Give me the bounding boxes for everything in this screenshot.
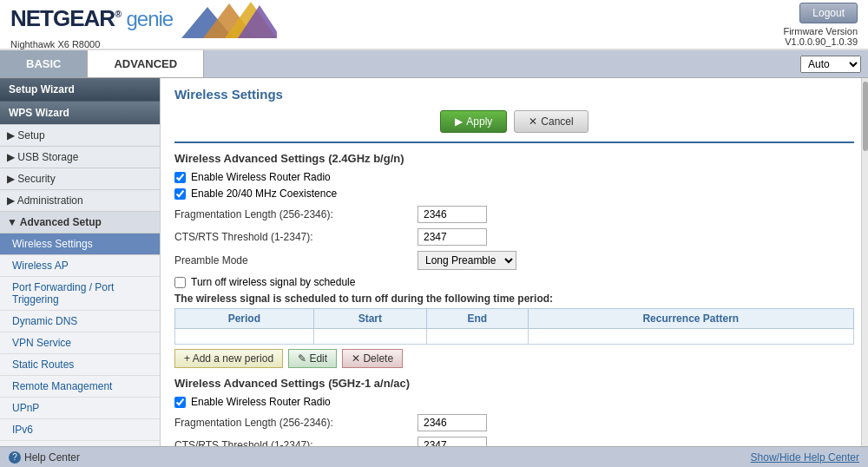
cts-rts-label: CTS/RTS Threshold (1-2347): (174, 231, 418, 243)
preamble-select[interactable]: Long Preamble Short Preamble Auto (418, 251, 516, 270)
scrollbar-area[interactable] (861, 78, 868, 446)
sidebar-item-wps-wizard[interactable]: WPS Wizard (0, 102, 160, 125)
frag-length2-label: Fragmentation Length (256-2346): (174, 417, 418, 429)
language-selector[interactable]: Auto English French German (800, 50, 861, 77)
apply-icon: ▶ (455, 115, 463, 128)
sidebar-item-wireless-ap[interactable]: Wireless AP (0, 255, 160, 277)
sidebar-item-usb-storage[interactable]: ▶ USB Storage (0, 147, 160, 168)
language-select[interactable]: Auto English French German (800, 56, 861, 73)
schedule-table: Period Start End Recurrence Pattern (174, 308, 854, 345)
content-area: Wireless Settings ▶ Apply ✕ Cancel Wirel… (161, 78, 868, 446)
col-period: Period (175, 309, 314, 329)
preamble-row: Preamble Mode Long Preamble Short Preamb… (174, 251, 854, 270)
cancel-icon: ✕ (529, 115, 537, 128)
frag-length-label: Fragmentation Length (256-2346): (174, 208, 418, 220)
scrollbar-thumb[interactable] (863, 82, 868, 151)
divider (174, 141, 854, 143)
netgear-logo: NETGEAR® genie (10, 5, 173, 32)
cts-rts2-input[interactable] (418, 437, 487, 446)
edit-button[interactable]: ✎ Edit (288, 349, 337, 368)
page-title: Wireless Settings (174, 87, 854, 102)
frag-length-input[interactable] (418, 206, 487, 223)
sidebar-item-wireless-settings[interactable]: Wireless Settings (0, 234, 160, 255)
sidebar: Setup Wizard WPS Wizard ▶ Setup ▶ USB St… (0, 78, 161, 446)
tab-advanced[interactable]: ADVANCED (88, 50, 204, 77)
logout-button[interactable]: Logout (799, 3, 858, 23)
table-buttons: + Add a new period ✎ Edit ✕ Delete (174, 349, 854, 368)
sidebar-group-setup: ▶ Setup (0, 125, 160, 147)
enable-radio-label: Enable Wireless Router Radio (191, 171, 331, 183)
sidebar-item-port-forwarding[interactable]: Port Forwarding / Port Triggering (0, 277, 160, 311)
frag-length2-input[interactable] (418, 414, 487, 431)
header-right: Logout Firmware Version V1.0.0.90_1.0.39 (783, 3, 858, 47)
enable-radio2-checkbox[interactable] (174, 397, 186, 408)
show-hide-help[interactable]: Show/Hide Help Center (751, 451, 859, 464)
section1-title: Wireless Advanced Settings (2.4GHz b/g/n… (174, 152, 854, 165)
enable-radio2-label: Enable Wireless Router Radio (191, 396, 331, 408)
schedule-checkbox-row: Turn off wireless signal by schedule (174, 276, 854, 288)
cancel-label: Cancel (541, 115, 573, 128)
sidebar-group-administration: ▶ Administration (0, 190, 160, 212)
section-5ghz: Wireless Advanced Settings (5GHz-1 a/n/a… (174, 377, 854, 446)
device-name: Nighthawk X6 R8000 (10, 39, 277, 49)
enable-coexistence-checkbox[interactable] (174, 188, 186, 200)
sidebar-item-static-routes[interactable]: Static Routes (0, 354, 160, 376)
enable-radio2-row: Enable Wireless Router Radio (174, 396, 854, 408)
nav-tabs: BASIC ADVANCED Auto English French Germa… (0, 50, 868, 78)
sidebar-item-security[interactable]: ▶ Security (0, 168, 160, 190)
cts-rts2-row: CTS/RTS Threshold (1-2347): (174, 437, 854, 446)
apply-label: Apply (466, 115, 492, 128)
sidebar-item-advanced-setup[interactable]: ▼ Advanced Setup (0, 212, 160, 234)
tab-basic[interactable]: BASIC (0, 50, 88, 77)
help-label: Help Center (24, 451, 80, 464)
sidebar-item-upnp[interactable]: UPnP (0, 398, 160, 419)
cts-rts2-label: CTS/RTS Threshold (1-2347): (174, 439, 418, 446)
sidebar-item-dynamic-dns[interactable]: Dynamic DNS (0, 311, 160, 332)
sidebar-item-traffic-meter[interactable]: Traffic Meter (0, 441, 160, 446)
apply-button[interactable]: ▶ Apply (440, 110, 507, 133)
header: NETGEAR® genie Nighthawk X6 R8000 Logout… (0, 0, 868, 50)
schedule-label: Turn off wireless signal by schedule (191, 276, 355, 288)
schedule-description: The wireless signal is scheduled to turn… (174, 293, 854, 305)
frag-length2-row: Fragmentation Length (256-2346): (174, 414, 854, 431)
bottom-bar: ? Help Center Show/Hide Help Center (0, 446, 868, 467)
cts-rts-row: CTS/RTS Threshold (1-2347): (174, 228, 854, 246)
col-recurrence: Recurrence Pattern (528, 309, 853, 329)
table-row-empty (175, 329, 854, 345)
firmware-info: Firmware Version V1.0.0.90_1.0.39 (783, 26, 858, 47)
sidebar-item-vpn[interactable]: VPN Service (0, 332, 160, 354)
help-center[interactable]: ? Help Center (9, 451, 80, 464)
main-layout: Setup Wizard WPS Wizard ▶ Setup ▶ USB St… (0, 78, 868, 446)
sidebar-item-remote-management[interactable]: Remote Management (0, 376, 160, 398)
logo-area: NETGEAR® genie Nighthawk X6 R8000 (10, 0, 277, 49)
enable-radio-checkbox[interactable] (174, 172, 186, 183)
cts-rts-input[interactable] (418, 228, 487, 246)
action-buttons: ▶ Apply ✕ Cancel (174, 110, 854, 133)
sidebar-item-ipv6[interactable]: IPv6 (0, 419, 160, 441)
frag-length-row: Fragmentation Length (256-2346): (174, 206, 854, 223)
sidebar-item-administration[interactable]: ▶ Administration (0, 190, 160, 212)
enable-coexistence-row: Enable 20/40 MHz Coexistence (174, 187, 854, 200)
schedule-checkbox[interactable] (174, 277, 186, 288)
delete-button[interactable]: ✕ Delete (342, 349, 403, 368)
section-24ghz: Wireless Advanced Settings (2.4GHz b/g/n… (174, 152, 854, 368)
sidebar-item-setup[interactable]: ▶ Setup (0, 125, 160, 147)
sidebar-group-advanced: ▼ Advanced Setup Wireless Settings Wirel… (0, 212, 160, 446)
triangle-graphic (181, 0, 277, 38)
section2-title: Wireless Advanced Settings (5GHz-1 a/n/a… (174, 377, 854, 390)
help-icon: ? (9, 451, 21, 464)
sidebar-group-usb: ▶ USB Storage (0, 147, 160, 168)
sidebar-item-setup-wizard[interactable]: Setup Wizard (0, 78, 160, 102)
col-start: Start (313, 309, 426, 329)
col-end: End (427, 309, 529, 329)
preamble-label: Preamble Mode (174, 254, 418, 266)
enable-radio-row: Enable Wireless Router Radio (174, 171, 854, 183)
cancel-button[interactable]: ✕ Cancel (514, 110, 588, 133)
sidebar-group-security: ▶ Security (0, 168, 160, 190)
add-period-button[interactable]: + Add a new period (174, 349, 283, 368)
enable-coexistence-label: Enable 20/40 MHz Coexistence (191, 187, 337, 200)
